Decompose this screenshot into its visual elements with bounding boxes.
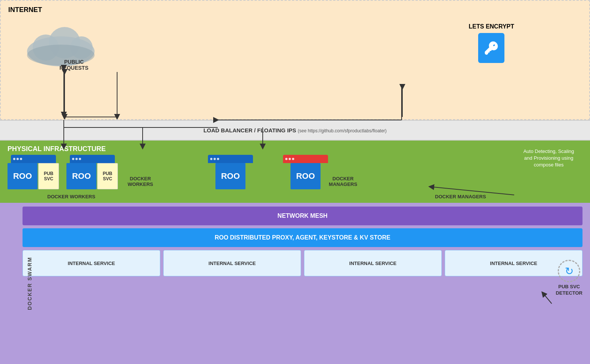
worker-node-1: ROO PUB SVC xyxy=(8,155,59,189)
dot4 xyxy=(72,158,74,160)
roo-box-3: ROO xyxy=(215,163,245,189)
lets-encrypt-label: LETS ENCRYPT xyxy=(469,23,514,30)
all-nodes-container: ROO PUB SVC ROO PUB SVC xyxy=(8,155,582,189)
dot9 xyxy=(217,158,219,160)
roo-box-manager: ROO xyxy=(290,163,321,189)
internal-service-2: INTERNAL SERVICE xyxy=(163,250,301,276)
docker-swarm-label: DOCKER SWARM xyxy=(27,257,33,310)
dot5 xyxy=(75,158,78,160)
server-top-2 xyxy=(70,155,115,163)
node-boxes-manager: ROO xyxy=(290,163,321,189)
server-top-1 xyxy=(11,155,56,163)
managers-label: DOCKER MANAGERS xyxy=(329,176,357,187)
physical-label: PHYSICAL INFRASTRUCTURE xyxy=(8,145,582,153)
internet-label: INTERNET xyxy=(8,6,42,14)
server-top-3 xyxy=(208,155,253,163)
roo-distributed: ROO DISTRIBUTED PROXY, AGENT, KEYSTORE &… xyxy=(23,228,582,247)
dot7 xyxy=(210,158,212,160)
roo-box-1: ROO xyxy=(8,163,38,189)
node-boxes-1: ROO PUB SVC xyxy=(8,163,59,189)
internal-service-1: INTERNAL SERVICE xyxy=(23,250,160,276)
pub-svc-box-2: PUB SVC xyxy=(97,163,118,189)
dot10 xyxy=(285,158,287,160)
key-icon xyxy=(478,33,504,63)
cloud-icon: PUBLIC REQUESTS xyxy=(23,23,98,70)
managers-bottom-label: DOCKER MANAGERS xyxy=(435,194,486,199)
node-boxes-3: ROO xyxy=(215,163,245,189)
internal-service-3: INTERNAL SERVICE xyxy=(304,250,442,276)
dot11 xyxy=(289,158,291,160)
internet-section: INTERNET PUBLIC REQUESTS LETS ENCRYPT xyxy=(0,0,590,120)
pub-svc-detector: ↻ PUB SVCDETECTOR xyxy=(556,260,582,297)
workers-bottom-label: DOCKER WORKERS xyxy=(47,194,95,199)
pub-svc-det-label: PUB SVCDETECTOR xyxy=(556,284,582,297)
lb-section: LOAD BALANCER / FLOATING IPS (see https:… xyxy=(0,120,590,141)
manager-node: ROO xyxy=(283,155,328,189)
dot2 xyxy=(17,158,19,160)
cloud-label: PUBLIC REQUESTS xyxy=(50,59,98,71)
server-top-manager xyxy=(283,155,328,163)
worker-node-3: ROO xyxy=(208,155,253,189)
dot3 xyxy=(20,158,22,160)
docker-swarm-wrapper: DOCKER SWARM NETWORK MESH ROO DISTRIBUTE… xyxy=(0,203,590,364)
internal-services-row: INTERNAL SERVICE INTERNAL SERVICE INTERN… xyxy=(23,250,582,276)
dot8 xyxy=(214,158,216,160)
refresh-icon: ↻ xyxy=(558,260,580,282)
lower-sections: PHYSICAL INFRASTRUCTURE Auto Detecting, … xyxy=(0,141,590,364)
roo-box-2: ROO xyxy=(66,163,96,189)
lb-label: LOAD BALANCER / FLOATING IPS (see https:… xyxy=(203,127,387,133)
workers-label: DOCKER WORKERS xyxy=(125,176,155,187)
lb-small-text: (see https://github.com/sfproductlabs/fl… xyxy=(298,128,387,133)
dot12 xyxy=(292,158,294,160)
diagram-container: INTERNET PUBLIC REQUESTS LETS ENCRYPT xyxy=(0,0,590,364)
node-boxes-2: ROO PUB SVC xyxy=(66,163,118,189)
worker-node-2: ROO PUB SVC xyxy=(66,155,118,189)
network-mesh: NETWORK MESH xyxy=(23,207,582,225)
physical-section: PHYSICAL INFRASTRUCTURE Auto Detecting, … xyxy=(0,141,590,203)
pub-svc-box-1: PUB SVC xyxy=(38,163,59,189)
dot6 xyxy=(79,158,81,160)
lets-encrypt-box: LETS ENCRYPT xyxy=(469,23,514,63)
dot1 xyxy=(13,158,15,160)
